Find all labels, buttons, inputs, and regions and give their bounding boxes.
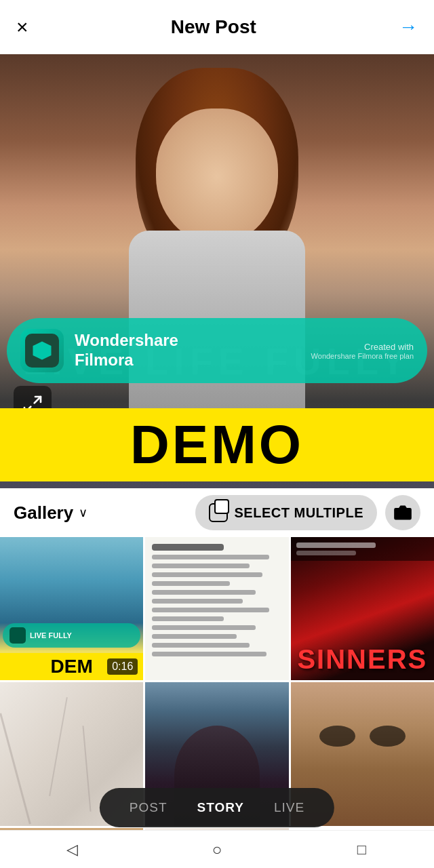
gallery-bar: Gallery ∨ SELECT MULTIPLE bbox=[0, 488, 434, 537]
chevron-down-icon: ∨ bbox=[79, 505, 87, 520]
filmora-app-name: WondershareFilmora bbox=[75, 331, 300, 370]
select-multiple-label: SELECT MULTIPLE bbox=[235, 505, 363, 521]
filmora-watermark-logo bbox=[9, 627, 26, 644]
next-button[interactable]: → bbox=[399, 16, 418, 38]
close-button[interactable]: × bbox=[16, 16, 28, 39]
svg-line-0 bbox=[35, 397, 41, 403]
system-navigation-bar: ◁ ○ □ bbox=[0, 830, 434, 868]
filmora-logo bbox=[20, 329, 64, 372]
select-multiple-icon bbox=[209, 503, 228, 522]
gallery-actions: SELECT MULTIPLE bbox=[195, 495, 420, 530]
photo-cell-3[interactable]: SINNERS bbox=[291, 537, 434, 680]
header: × New Post → bbox=[0, 0, 434, 54]
gallery-dropdown[interactable]: Gallery ∨ bbox=[14, 502, 87, 524]
preview-area: LIVE LIFE FULLY WondershareFilmora Creat… bbox=[0, 54, 434, 488]
tab-post[interactable]: POST bbox=[130, 800, 167, 815]
filmora-text: WondershareFilmora bbox=[75, 331, 300, 370]
photo-cell-2[interactable] bbox=[145, 537, 288, 680]
filmora-banner: WondershareFilmora Created with Wondersh… bbox=[7, 318, 427, 383]
tab-live[interactable]: LIVE bbox=[274, 800, 304, 815]
content-type-tabs: POST STORY LIVE bbox=[100, 788, 334, 827]
recent-apps-button[interactable]: □ bbox=[349, 837, 374, 862]
video-duration: 0:16 bbox=[107, 658, 138, 675]
filmora-watermark: LIVE FULLY bbox=[3, 623, 140, 648]
page-title: New Post bbox=[171, 16, 256, 38]
preview-subject-face bbox=[156, 108, 278, 244]
home-button[interactable]: ○ bbox=[205, 837, 229, 862]
select-multiple-button[interactable]: SELECT MULTIPLE bbox=[195, 495, 377, 530]
camera-button[interactable] bbox=[385, 495, 420, 530]
tab-story[interactable]: STORY bbox=[197, 800, 244, 815]
demo-text-overlay: DEMO bbox=[0, 408, 434, 481]
filmora-watermark-text: LIVE FULLY bbox=[30, 631, 72, 639]
camera-icon bbox=[393, 503, 412, 522]
back-button[interactable]: ◁ bbox=[60, 837, 85, 862]
chat-lines bbox=[152, 555, 281, 656]
chat-header-line bbox=[152, 544, 223, 551]
gallery-label-text: Gallery bbox=[14, 502, 73, 524]
sinners-text: SINNERS bbox=[291, 644, 434, 675]
svg-point-2 bbox=[399, 511, 406, 517]
photo-cell-1[interactable]: LIVE FULLY DEM 0:16 bbox=[0, 537, 143, 680]
filmora-created-text: Created with Wondershare Filmora free pl… bbox=[311, 342, 414, 360]
